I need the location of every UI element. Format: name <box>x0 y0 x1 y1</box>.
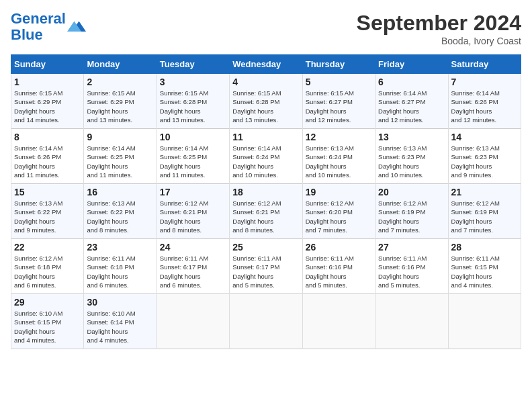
day-info: Sunrise: 6:14 AM Sunset: 6:26 PM Dayligh… <box>14 144 81 179</box>
table-row: 13 Sunrise: 6:13 AM Sunset: 6:23 PM Dayl… <box>375 129 448 184</box>
day-info: Sunrise: 6:11 AM Sunset: 6:16 PM Dayligh… <box>306 254 372 289</box>
table-row: 30 Sunrise: 6:10 AM Sunset: 6:14 PM Dayl… <box>84 294 157 349</box>
day-number: 16 <box>87 187 153 197</box>
day-number: 1 <box>14 77 81 87</box>
table-row: 12 Sunrise: 6:13 AM Sunset: 6:24 PM Dayl… <box>302 129 375 184</box>
day-info: Sunrise: 6:10 AM Sunset: 6:14 PM Dayligh… <box>87 309 153 345</box>
day-number: 12 <box>306 132 372 142</box>
day-number: 11 <box>232 132 299 142</box>
col-wednesday: Wednesday <box>230 55 302 74</box>
day-number: 28 <box>451 242 518 253</box>
table-row: 9 Sunrise: 6:14 AM Sunset: 6:25 PM Dayli… <box>84 129 157 184</box>
day-number: 5 <box>306 77 372 87</box>
table-row: 5 Sunrise: 6:15 AM Sunset: 6:27 PM Dayli… <box>302 74 375 129</box>
day-info: Sunrise: 6:15 AM Sunset: 6:29 PM Dayligh… <box>87 89 153 124</box>
title-block: September 2024 Booda, Ivory Coast <box>357 11 521 46</box>
day-info: Sunrise: 6:12 AM Sunset: 6:18 PM Dayligh… <box>14 254 81 289</box>
day-number: 9 <box>87 132 153 142</box>
day-info: Sunrise: 6:12 AM Sunset: 6:19 PM Dayligh… <box>378 199 445 234</box>
calendar-week-3: 15 Sunrise: 6:13 AM Sunset: 6:22 PM Dayl… <box>11 184 521 239</box>
day-number: 4 <box>232 77 299 87</box>
table-row: 11 Sunrise: 6:14 AM Sunset: 6:24 PM Dayl… <box>230 129 302 184</box>
table-row: 23 Sunrise: 6:11 AM Sunset: 6:18 PM Dayl… <box>84 239 157 294</box>
table-row: 1 Sunrise: 6:15 AM Sunset: 6:29 PM Dayli… <box>11 74 84 129</box>
day-info: Sunrise: 6:15 AM Sunset: 6:28 PM Dayligh… <box>232 89 299 124</box>
day-number: 3 <box>160 77 226 87</box>
table-row <box>375 294 448 349</box>
page-container: General Blue September 2024 Booda, Ivory… <box>0 0 532 355</box>
day-number: 2 <box>87 77 153 87</box>
table-row: 14 Sunrise: 6:13 AM Sunset: 6:23 PM Dayl… <box>448 129 521 184</box>
logo-general: General <box>11 10 66 27</box>
day-number: 6 <box>378 77 445 87</box>
calendar-week-1: 1 Sunrise: 6:15 AM Sunset: 6:29 PM Dayli… <box>11 74 521 129</box>
day-info: Sunrise: 6:13 AM Sunset: 6:22 PM Dayligh… <box>87 199 153 234</box>
col-friday: Friday <box>375 55 448 74</box>
col-sunday: Sunday <box>11 55 84 74</box>
day-number: 10 <box>160 132 226 142</box>
day-info: Sunrise: 6:11 AM Sunset: 6:17 PM Dayligh… <box>160 254 226 289</box>
table-row: 22 Sunrise: 6:12 AM Sunset: 6:18 PM Dayl… <box>11 239 84 294</box>
day-info: Sunrise: 6:12 AM Sunset: 6:19 PM Dayligh… <box>451 199 518 234</box>
table-row <box>157 294 229 349</box>
day-number: 29 <box>14 297 81 308</box>
table-row: 18 Sunrise: 6:12 AM Sunset: 6:21 PM Dayl… <box>230 184 302 239</box>
day-info: Sunrise: 6:13 AM Sunset: 6:23 PM Dayligh… <box>378 144 445 179</box>
day-number: 13 <box>378 132 445 142</box>
day-info: Sunrise: 6:15 AM Sunset: 6:27 PM Dayligh… <box>306 89 372 124</box>
day-info: Sunrise: 6:13 AM Sunset: 6:24 PM Dayligh… <box>306 144 372 179</box>
page-header: General Blue September 2024 Booda, Ivory… <box>11 11 521 46</box>
logo: General Blue <box>11 11 86 43</box>
day-info: Sunrise: 6:14 AM Sunset: 6:26 PM Dayligh… <box>451 89 518 124</box>
table-row: 29 Sunrise: 6:10 AM Sunset: 6:15 PM Dayl… <box>11 294 84 349</box>
day-info: Sunrise: 6:13 AM Sunset: 6:22 PM Dayligh… <box>14 199 81 234</box>
table-row: 26 Sunrise: 6:11 AM Sunset: 6:16 PM Dayl… <box>302 239 375 294</box>
day-number: 22 <box>14 242 81 253</box>
col-saturday: Saturday <box>448 55 521 74</box>
col-thursday: Thursday <box>302 55 375 74</box>
day-info: Sunrise: 6:14 AM Sunset: 6:25 PM Dayligh… <box>160 144 226 179</box>
table-row <box>302 294 375 349</box>
table-row: 24 Sunrise: 6:11 AM Sunset: 6:17 PM Dayl… <box>157 239 229 294</box>
day-number: 15 <box>14 187 81 197</box>
col-monday: Monday <box>84 55 157 74</box>
table-row: 28 Sunrise: 6:11 AM Sunset: 6:15 PM Dayl… <box>448 239 521 294</box>
day-number: 24 <box>160 242 226 253</box>
day-number: 23 <box>87 242 153 253</box>
calendar-week-2: 8 Sunrise: 6:14 AM Sunset: 6:26 PM Dayli… <box>11 129 521 184</box>
day-info: Sunrise: 6:11 AM Sunset: 6:17 PM Dayligh… <box>232 254 299 289</box>
table-row: 21 Sunrise: 6:12 AM Sunset: 6:19 PM Dayl… <box>448 184 521 239</box>
day-number: 19 <box>306 187 372 197</box>
table-row: 10 Sunrise: 6:14 AM Sunset: 6:25 PM Dayl… <box>157 129 229 184</box>
day-info: Sunrise: 6:11 AM Sunset: 6:16 PM Dayligh… <box>378 254 445 289</box>
logo-text: General Blue <box>11 11 66 43</box>
day-number: 14 <box>451 132 518 142</box>
table-row: 16 Sunrise: 6:13 AM Sunset: 6:22 PM Dayl… <box>84 184 157 239</box>
calendar-body: 1 Sunrise: 6:15 AM Sunset: 6:29 PM Dayli… <box>11 74 521 349</box>
month-title: September 2024 <box>357 11 521 36</box>
location: Booda, Ivory Coast <box>357 36 521 46</box>
table-row <box>448 294 521 349</box>
day-number: 21 <box>451 187 518 197</box>
day-info: Sunrise: 6:15 AM Sunset: 6:29 PM Dayligh… <box>14 89 81 124</box>
table-row: 19 Sunrise: 6:12 AM Sunset: 6:20 PM Dayl… <box>302 184 375 239</box>
day-info: Sunrise: 6:11 AM Sunset: 6:18 PM Dayligh… <box>87 254 153 289</box>
day-info: Sunrise: 6:14 AM Sunset: 6:27 PM Dayligh… <box>378 89 445 124</box>
logo-blue: Blue <box>11 26 43 43</box>
table-row: 15 Sunrise: 6:13 AM Sunset: 6:22 PM Dayl… <box>11 184 84 239</box>
table-row: 3 Sunrise: 6:15 AM Sunset: 6:28 PM Dayli… <box>157 74 229 129</box>
table-row: 6 Sunrise: 6:14 AM Sunset: 6:27 PM Dayli… <box>375 74 448 129</box>
day-number: 17 <box>160 187 226 197</box>
table-row <box>230 294 302 349</box>
header-row: Sunday Monday Tuesday Wednesday Thursday… <box>11 55 521 74</box>
day-info: Sunrise: 6:15 AM Sunset: 6:28 PM Dayligh… <box>160 89 226 124</box>
table-row: 4 Sunrise: 6:15 AM Sunset: 6:28 PM Dayli… <box>230 74 302 129</box>
table-row: 17 Sunrise: 6:12 AM Sunset: 6:21 PM Dayl… <box>157 184 229 239</box>
calendar-week-4: 22 Sunrise: 6:12 AM Sunset: 6:18 PM Dayl… <box>11 239 521 294</box>
day-number: 27 <box>378 242 445 253</box>
day-info: Sunrise: 6:10 AM Sunset: 6:15 PM Dayligh… <box>14 309 81 345</box>
day-number: 8 <box>14 132 81 142</box>
day-number: 18 <box>232 187 299 197</box>
calendar-table: Sunday Monday Tuesday Wednesday Thursday… <box>11 54 521 349</box>
logo-icon <box>67 17 86 36</box>
